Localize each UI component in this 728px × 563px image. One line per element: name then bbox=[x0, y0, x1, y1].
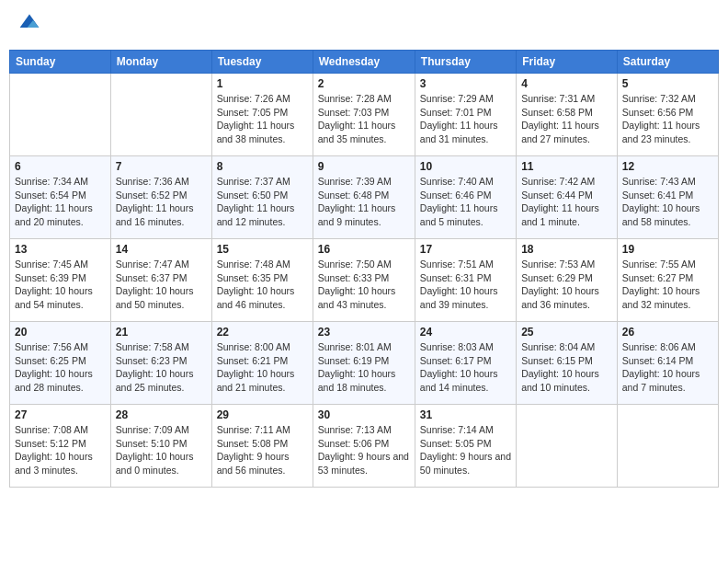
day-number: 25 bbox=[521, 326, 612, 339]
day-info: Sunrise: 8:06 AMSunset: 6:14 PMDaylight:… bbox=[622, 340, 713, 395]
weekday-header-friday: Friday bbox=[517, 51, 618, 74]
weekday-header-row: SundayMondayTuesdayWednesdayThursdayFrid… bbox=[10, 51, 719, 74]
day-info: Sunrise: 7:14 AMSunset: 5:05 PMDaylight:… bbox=[420, 423, 511, 477]
calendar-cell: 23Sunrise: 8:01 AMSunset: 6:19 PMDayligh… bbox=[313, 322, 415, 405]
day-number: 15 bbox=[217, 243, 308, 256]
day-info: Sunrise: 7:51 AMSunset: 6:31 PMDaylight:… bbox=[420, 258, 511, 312]
day-number: 10 bbox=[420, 160, 511, 173]
day-info: Sunrise: 7:42 AMSunset: 6:44 PMDaylight:… bbox=[521, 175, 612, 229]
calendar-cell: 5Sunrise: 7:32 AMSunset: 6:56 PMDaylight… bbox=[617, 74, 718, 156]
day-number: 23 bbox=[318, 326, 410, 339]
calendar-cell: 11Sunrise: 7:42 AMSunset: 6:44 PMDayligh… bbox=[517, 156, 618, 239]
day-info: Sunrise: 7:28 AMSunset: 7:03 PMDaylight:… bbox=[318, 92, 410, 146]
day-info: Sunrise: 7:32 AMSunset: 6:56 PMDaylight:… bbox=[622, 92, 713, 146]
calendar-cell bbox=[10, 74, 111, 156]
calendar-cell: 31Sunrise: 7:14 AMSunset: 5:05 PMDayligh… bbox=[415, 405, 516, 488]
calendar-cell: 24Sunrise: 8:03 AMSunset: 6:17 PMDayligh… bbox=[415, 322, 516, 405]
day-info: Sunrise: 7:58 AMSunset: 6:23 PMDaylight:… bbox=[116, 340, 207, 395]
day-number: 13 bbox=[15, 243, 106, 256]
day-number: 21 bbox=[116, 326, 207, 339]
day-info: Sunrise: 7:45 AMSunset: 6:39 PMDaylight:… bbox=[15, 258, 106, 312]
day-number: 4 bbox=[521, 77, 612, 90]
day-info: Sunrise: 7:08 AMSunset: 5:12 PMDaylight:… bbox=[15, 423, 106, 477]
calendar-week-4: 20Sunrise: 7:56 AMSunset: 6:25 PMDayligh… bbox=[10, 322, 719, 405]
day-number: 8 bbox=[217, 160, 308, 173]
day-info: Sunrise: 7:56 AMSunset: 6:25 PMDaylight:… bbox=[15, 340, 106, 395]
calendar-cell: 19Sunrise: 7:55 AMSunset: 6:27 PMDayligh… bbox=[617, 239, 718, 322]
day-info: Sunrise: 7:37 AMSunset: 6:50 PMDaylight:… bbox=[217, 175, 308, 229]
calendar-cell: 29Sunrise: 7:11 AMSunset: 5:08 PMDayligh… bbox=[211, 405, 313, 488]
day-number: 26 bbox=[622, 326, 713, 339]
day-info: Sunrise: 7:50 AMSunset: 6:33 PMDaylight:… bbox=[318, 258, 410, 312]
day-info: Sunrise: 8:00 AMSunset: 6:21 PMDaylight:… bbox=[217, 340, 308, 395]
day-number: 2 bbox=[318, 77, 410, 90]
calendar-cell: 20Sunrise: 7:56 AMSunset: 6:25 PMDayligh… bbox=[10, 322, 111, 405]
calendar-week-3: 13Sunrise: 7:45 AMSunset: 6:39 PMDayligh… bbox=[10, 239, 719, 322]
day-info: Sunrise: 7:48 AMSunset: 6:35 PMDaylight:… bbox=[217, 258, 308, 312]
day-info: Sunrise: 7:29 AMSunset: 7:01 PMDaylight:… bbox=[420, 92, 511, 146]
day-number: 12 bbox=[622, 160, 713, 173]
day-info: Sunrise: 7:39 AMSunset: 6:48 PMDaylight:… bbox=[318, 175, 410, 229]
calendar-cell: 25Sunrise: 8:04 AMSunset: 6:15 PMDayligh… bbox=[517, 322, 618, 405]
day-number: 14 bbox=[116, 243, 207, 256]
day-number: 3 bbox=[420, 77, 511, 90]
calendar-cell: 10Sunrise: 7:40 AMSunset: 6:46 PMDayligh… bbox=[415, 156, 516, 239]
calendar-cell: 1Sunrise: 7:26 AMSunset: 7:05 PMDaylight… bbox=[211, 74, 313, 156]
calendar-week-5: 27Sunrise: 7:08 AMSunset: 5:12 PMDayligh… bbox=[10, 405, 719, 488]
day-info: Sunrise: 7:26 AMSunset: 7:05 PMDaylight:… bbox=[217, 92, 308, 146]
calendar-cell: 13Sunrise: 7:45 AMSunset: 6:39 PMDayligh… bbox=[10, 239, 111, 322]
weekday-header-saturday: Saturday bbox=[617, 51, 718, 74]
day-number: 30 bbox=[318, 408, 410, 421]
day-number: 17 bbox=[420, 243, 511, 256]
calendar-cell: 14Sunrise: 7:47 AMSunset: 6:37 PMDayligh… bbox=[110, 239, 211, 322]
calendar-table: SundayMondayTuesdayWednesdayThursdayFrid… bbox=[9, 50, 719, 488]
weekday-header-tuesday: Tuesday bbox=[211, 51, 313, 74]
day-info: Sunrise: 7:11 AMSunset: 5:08 PMDaylight:… bbox=[217, 423, 308, 477]
day-number: 31 bbox=[420, 408, 511, 421]
day-info: Sunrise: 7:55 AMSunset: 6:27 PMDaylight:… bbox=[622, 258, 713, 312]
calendar-cell bbox=[110, 74, 211, 156]
day-info: Sunrise: 7:43 AMSunset: 6:41 PMDaylight:… bbox=[622, 175, 713, 229]
day-number: 28 bbox=[116, 408, 207, 421]
calendar-cell: 7Sunrise: 7:36 AMSunset: 6:52 PMDaylight… bbox=[110, 156, 211, 239]
calendar-cell: 22Sunrise: 8:00 AMSunset: 6:21 PMDayligh… bbox=[211, 322, 313, 405]
calendar-cell bbox=[517, 405, 618, 488]
calendar-cell: 21Sunrise: 7:58 AMSunset: 6:23 PMDayligh… bbox=[110, 322, 211, 405]
day-info: Sunrise: 7:40 AMSunset: 6:46 PMDaylight:… bbox=[420, 175, 511, 229]
day-info: Sunrise: 7:47 AMSunset: 6:37 PMDaylight:… bbox=[116, 258, 207, 312]
day-number: 9 bbox=[318, 160, 410, 173]
day-info: Sunrise: 7:36 AMSunset: 6:52 PMDaylight:… bbox=[116, 175, 207, 229]
day-number: 16 bbox=[318, 243, 410, 256]
calendar-cell: 9Sunrise: 7:39 AMSunset: 6:48 PMDaylight… bbox=[313, 156, 415, 239]
day-number: 18 bbox=[521, 243, 612, 256]
calendar-week-1: 1Sunrise: 7:26 AMSunset: 7:05 PMDaylight… bbox=[10, 74, 719, 156]
weekday-header-monday: Monday bbox=[110, 51, 211, 74]
calendar-cell: 6Sunrise: 7:34 AMSunset: 6:54 PMDaylight… bbox=[10, 156, 111, 239]
day-number: 29 bbox=[217, 408, 308, 421]
weekday-header-thursday: Thursday bbox=[415, 51, 516, 74]
calendar-cell: 4Sunrise: 7:31 AMSunset: 6:58 PMDaylight… bbox=[517, 74, 618, 156]
day-number: 5 bbox=[622, 77, 713, 90]
calendar-cell: 3Sunrise: 7:29 AMSunset: 7:01 PMDaylight… bbox=[415, 74, 516, 156]
day-info: Sunrise: 7:13 AMSunset: 5:06 PMDaylight:… bbox=[318, 423, 410, 477]
weekday-header-sunday: Sunday bbox=[10, 51, 111, 74]
day-info: Sunrise: 8:04 AMSunset: 6:15 PMDaylight:… bbox=[521, 340, 612, 395]
logo bbox=[17, 13, 42, 39]
calendar-cell: 26Sunrise: 8:06 AMSunset: 6:14 PMDayligh… bbox=[617, 322, 718, 405]
calendar-cell: 16Sunrise: 7:50 AMSunset: 6:33 PMDayligh… bbox=[313, 239, 415, 322]
day-number: 7 bbox=[116, 160, 207, 173]
calendar-cell: 30Sunrise: 7:13 AMSunset: 5:06 PMDayligh… bbox=[313, 405, 415, 488]
calendar-cell: 15Sunrise: 7:48 AMSunset: 6:35 PMDayligh… bbox=[211, 239, 313, 322]
day-number: 24 bbox=[420, 326, 511, 339]
calendar-cell: 17Sunrise: 7:51 AMSunset: 6:31 PMDayligh… bbox=[415, 239, 516, 322]
page-header bbox=[9, 9, 719, 42]
day-info: Sunrise: 8:01 AMSunset: 6:19 PMDaylight:… bbox=[318, 340, 410, 395]
calendar-cell: 8Sunrise: 7:37 AMSunset: 6:50 PMDaylight… bbox=[211, 156, 313, 239]
day-number: 19 bbox=[622, 243, 713, 256]
day-info: Sunrise: 7:34 AMSunset: 6:54 PMDaylight:… bbox=[15, 175, 106, 229]
day-info: Sunrise: 7:31 AMSunset: 6:58 PMDaylight:… bbox=[521, 92, 612, 146]
day-number: 27 bbox=[15, 408, 106, 421]
logo-icon bbox=[18, 13, 40, 35]
calendar-cell: 12Sunrise: 7:43 AMSunset: 6:41 PMDayligh… bbox=[617, 156, 718, 239]
calendar-cell: 28Sunrise: 7:09 AMSunset: 5:10 PMDayligh… bbox=[110, 405, 211, 488]
